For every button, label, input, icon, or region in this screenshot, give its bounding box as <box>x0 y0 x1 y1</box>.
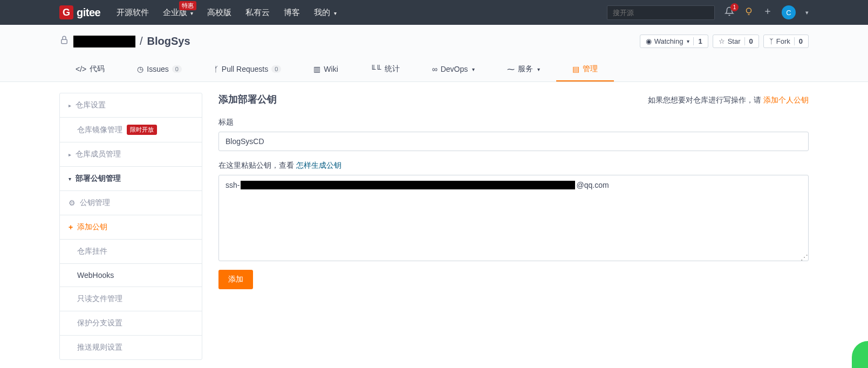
chevron-down-icon: ▾ <box>687 38 689 44</box>
publickey-textarea[interactable]: ssh- @qq.com ⋰ <box>218 175 809 261</box>
sidebar-item-webhooks[interactable]: WebHooks <box>60 264 202 287</box>
svg-point-0 <box>747 8 751 13</box>
title-label: 标题 <box>218 118 809 127</box>
avatar[interactable]: C <box>782 5 796 19</box>
tab-code[interactable]: </>代码 <box>59 58 121 81</box>
repo-name[interactable]: BlogSys <box>147 35 190 47</box>
sidebar-item-label: 推送规则设置 <box>77 343 122 352</box>
nav-mine[interactable]: 我的 ▾ <box>314 8 336 18</box>
sidebar-item-readonly[interactable]: 只读文件管理 <box>60 287 202 311</box>
chart-icon: ╙╙ <box>371 65 381 73</box>
tab-pr-label: Pull Requests <box>222 65 268 73</box>
svg-rect-4 <box>61 39 67 44</box>
issue-icon: ◷ <box>137 65 143 73</box>
notification-count: 1 <box>730 3 739 11</box>
fork-count: 0 <box>794 37 803 45</box>
topbar: G gitee 开源软件 企业版 ▾ 特惠 高校版 私有云 博客 我的 ▾ 1 … <box>0 0 868 25</box>
tab-issues-label: Issues <box>147 65 168 73</box>
sidebar-item-mirror[interactable]: 仓库镜像管理限时开放 <box>60 118 202 142</box>
tab-stats[interactable]: ╙╙统计 <box>354 58 416 81</box>
sidebar-item-label: 部署公钥管理 <box>76 174 121 183</box>
tab-devops[interactable]: ∞DevOps▾ <box>416 58 491 81</box>
nav-campus[interactable]: 高校版 <box>207 8 231 18</box>
pr-icon: ᚶ <box>214 65 218 73</box>
tab-manage-label: 管理 <box>583 64 598 74</box>
resize-handle-icon: ⋰ <box>801 253 807 260</box>
owner-redacted <box>73 36 135 47</box>
key-suffix: @qq.com <box>576 181 609 189</box>
paste-hint-text: 在这里粘贴公钥，查看 <box>218 161 296 169</box>
content: 添加部署公钥 如果您想要对仓库进行写操作，请 添加个人公钥 标题 在这里粘贴公钥… <box>218 93 809 289</box>
repo-tabs: </>代码 ◷Issues0 ᚶPull Requests0 ▥Wiki ╙╙统… <box>59 58 809 81</box>
sidebar-item-label: 只读文件管理 <box>77 294 122 304</box>
star-button[interactable]: ☆ Star 0 <box>713 35 759 48</box>
caret-right-icon: ▸ <box>69 103 71 108</box>
repo-actions: ◉ Watching ▾ 1 ☆ Star 0 ᛉ Fork 0 <box>640 35 809 48</box>
sidebar-item-label: 公钥管理 <box>80 198 110 208</box>
code-icon: </> <box>76 65 86 73</box>
nav-enterprise[interactable]: 企业版 ▾ 特惠 <box>163 8 193 18</box>
chevron-down-icon: ▾ <box>334 10 337 16</box>
tab-wiki[interactable]: ▥Wiki <box>297 58 354 81</box>
sidebar-item-deploy-keys[interactable]: ▾部署公钥管理 <box>60 167 202 191</box>
key-redacted <box>241 181 575 189</box>
top-nav: 开源软件 企业版 ▾ 特惠 高校版 私有云 博客 我的 ▾ <box>117 8 336 18</box>
book-icon: ▥ <box>313 65 320 73</box>
pulse-icon: ⁓ <box>507 65 515 73</box>
fork-icon: ᛉ <box>769 37 774 45</box>
logo-g-icon: G <box>59 5 73 19</box>
sidebar-item-key-manage[interactable]: ⚙公钥管理 <box>60 191 202 215</box>
fork-label: Fork <box>776 37 790 45</box>
sidebar-item-label: 仓库成员管理 <box>76 149 121 159</box>
plus-icon: + <box>69 223 73 231</box>
pr-count: 0 <box>271 65 281 73</box>
bell-icon[interactable]: 1 <box>725 6 734 19</box>
howto-generate-link[interactable]: 怎样生成公钥 <box>296 161 341 169</box>
tab-services[interactable]: ⁓服务▾ <box>491 58 556 81</box>
sidebar-item-members[interactable]: ▸仓库成员管理 <box>60 142 202 167</box>
nav-opensource[interactable]: 开源软件 <box>117 8 149 18</box>
sidebar-item-label: 仓库镜像管理 <box>77 125 122 135</box>
nav-blog[interactable]: 博客 <box>284 8 300 18</box>
watch-button[interactable]: ◉ Watching ▾ 1 <box>640 35 708 48</box>
search-input[interactable] <box>607 5 715 20</box>
fork-button[interactable]: ᛉ Fork 0 <box>763 35 809 48</box>
sidebar: ▸仓库设置 仓库镜像管理限时开放 ▸仓库成员管理 ▾部署公钥管理 ⚙公钥管理 +… <box>59 93 202 360</box>
sidebar-item-repo-settings[interactable]: ▸仓库设置 <box>60 93 202 118</box>
caret-down-icon: ▾ <box>69 176 71 182</box>
nav-mine-label: 我的 <box>314 8 330 17</box>
tab-code-label: 代码 <box>90 64 105 74</box>
tab-issues[interactable]: ◷Issues0 <box>121 58 198 81</box>
gear-icon: ⚙ <box>69 199 76 207</box>
watch-label: Watching <box>654 37 684 45</box>
lightbulb-icon[interactable] <box>744 6 754 19</box>
title-input[interactable] <box>218 132 809 151</box>
eye-icon: ◉ <box>646 37 652 45</box>
star-count: 0 <box>744 37 753 45</box>
tab-devops-label: DevOps <box>441 65 468 73</box>
logo[interactable]: G gitee <box>59 5 100 19</box>
sidebar-item-add-key[interactable]: +添加公钥 <box>60 215 202 240</box>
tab-manage[interactable]: ▤管理 <box>556 58 614 81</box>
chevron-down-icon[interactable]: ▾ <box>805 9 809 16</box>
hint-text: 如果您想要对仓库进行写操作，请 <box>648 96 763 104</box>
limited-badge: 限时开放 <box>127 125 157 135</box>
infinity-icon: ∞ <box>432 65 438 73</box>
tab-pr[interactable]: ᚶPull Requests0 <box>198 58 298 81</box>
submit-button[interactable]: 添加 <box>218 270 253 289</box>
nav-private[interactable]: 私有云 <box>245 8 270 18</box>
repo-header: / BlogSys ◉ Watching ▾ 1 ☆ Star 0 ᛉ Fork… <box>0 25 868 82</box>
sidebar-item-label: 仓库挂件 <box>77 247 107 256</box>
sidebar-item-branches[interactable]: 保护分支设置 <box>60 311 202 336</box>
key-prefix: ssh- <box>225 181 240 189</box>
add-personal-key-link[interactable]: 添加个人公钥 <box>763 96 809 104</box>
plus-icon[interactable] <box>763 7 772 18</box>
sidebar-item-plugins[interactable]: 仓库挂件 <box>60 240 202 264</box>
paste-hint: 在这里粘贴公钥，查看 怎样生成公钥 <box>218 161 809 171</box>
tab-services-label: 服务 <box>518 64 533 74</box>
star-icon: ☆ <box>719 37 725 45</box>
chevron-down-icon: ▾ <box>472 66 475 72</box>
sidebar-item-push-rules[interactable]: 推送规则设置 <box>60 336 202 359</box>
top-right: 1 C ▾ <box>607 5 809 20</box>
page-title: 添加部署公钥 <box>218 93 277 106</box>
